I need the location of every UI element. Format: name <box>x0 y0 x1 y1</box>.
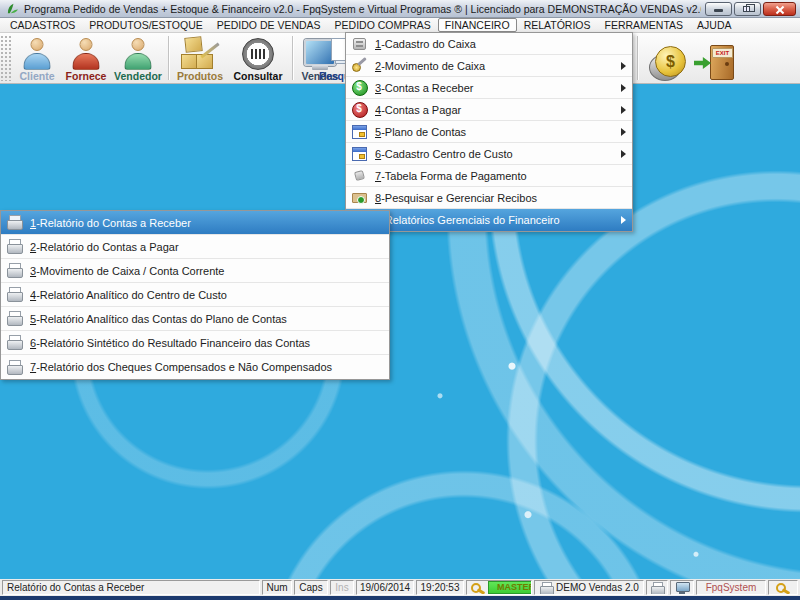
toolbar-button-sair[interactable]: EXIT <box>692 35 738 82</box>
submenu-item-movimento-caixa-conta-corrente[interactable]: 3-Movimento de Caixa / Conta Corrente <box>1 259 389 283</box>
menu-item-label: 8-Pesquisar e Gerenciar Recibos <box>375 192 626 204</box>
app-icon <box>6 2 19 15</box>
menu-item-tabela-forma-de-pagamento[interactable]: 7-Tabela Forma de Pagamento <box>346 165 632 187</box>
supplier-person-icon <box>70 37 102 70</box>
menu-item-contas-a-pagar[interactable]: 4-Contas a Pagar <box>346 99 632 121</box>
submenu-arrow-icon <box>621 150 626 158</box>
menu-relatorios[interactable]: RELATÓRIOS <box>517 18 598 32</box>
menu-item-label: 5-Plano de Contas <box>375 126 617 138</box>
menu-item-label: 6-Cadastro Centro de Custo <box>375 148 617 160</box>
status-user: MASTER <box>466 580 532 595</box>
seller-person-icon <box>122 37 154 70</box>
menu-cadastros[interactable]: CADASTROS <box>3 18 82 32</box>
printer-icon <box>6 287 23 302</box>
product-boxes-icon <box>181 37 219 70</box>
minimize-button[interactable] <box>705 2 732 16</box>
exit-arrow-icon <box>694 57 711 69</box>
toolbar-grip[interactable] <box>0 35 13 81</box>
menu-item-label: 7-Relatório dos Cheques Compensados e Nã… <box>30 361 383 373</box>
cost-center-icon <box>351 146 368 161</box>
menu-item-contas-a-receber[interactable]: 3-Contas a Receber <box>346 77 632 99</box>
printer-icon <box>6 239 23 254</box>
menu-item-label: 5-Relatório Analítico das Contas do Plan… <box>30 313 383 325</box>
printer-icon <box>6 360 23 375</box>
barcode-icon <box>242 38 274 70</box>
toolbar-separator <box>637 36 639 80</box>
menu-item-plano-de-contas[interactable]: 5-Plano de Contas <box>346 121 632 143</box>
toolbar-button-consultar[interactable]: Consultar <box>230 35 286 82</box>
computer-icon <box>675 582 689 594</box>
menu-item-label: 3-Movimento de Caixa / Conta Corrente <box>30 265 383 277</box>
submenu-arrow-icon <box>621 216 626 224</box>
submenu-arrow-icon <box>621 84 626 92</box>
relatorios-submenu: 1-Relatório do Contas a Receber 2-Relató… <box>0 210 390 380</box>
status-message: Relatório do Contas a Receber <box>2 580 260 595</box>
submenu-item-relatorio-contas-a-pagar[interactable]: 2-Relatório do Contas a Pagar <box>1 235 389 259</box>
window-bottom-border <box>0 596 800 600</box>
submenu-item-relatorio-analitico-centro-custo[interactable]: 4-Relatório Analítico do Centro de Custo <box>1 283 389 307</box>
status-num-lock: Num <box>262 580 292 595</box>
toolbar-button-fornecedor[interactable]: Fornece <box>62 35 110 82</box>
title-bar: Programa Pedido de Vendas + Estoque & Fi… <box>0 0 800 18</box>
menu-item-pesquisar-gerenciar-recibos[interactable]: 8-Pesquisar e Gerenciar Recibos <box>346 187 632 209</box>
toolbar-button-caixa[interactable] <box>646 35 690 82</box>
status-date: 19/06/2014 <box>356 580 414 595</box>
restore-icon <box>743 6 750 12</box>
menu-item-label: 4-Relatório Analítico do Centro de Custo <box>30 289 383 301</box>
status-caps-lock: Caps <box>294 580 328 595</box>
menu-pedido-compras[interactable]: PEDIDO COMPRAS <box>328 18 438 32</box>
menu-item-cadastro-centro-de-custo[interactable]: 6-Cadastro Centro de Custo <box>346 143 632 165</box>
menu-item-label: 9-Relatórios Gerenciais do Financeiro <box>375 214 617 226</box>
close-button[interactable] <box>763 2 796 16</box>
client-person-icon <box>21 37 53 70</box>
exit-door-icon: EXIT <box>694 44 736 82</box>
menu-produtos-estoque[interactable]: PRODUTOS/ESTOQUE <box>82 18 209 32</box>
submenu-arrow-icon <box>621 128 626 136</box>
submenu-item-relatorio-contas-a-receber[interactable]: 1-Relatório do Contas a Receber <box>1 211 389 235</box>
toolbar-button-cliente[interactable]: Cliente <box>14 35 60 82</box>
menu-financeiro[interactable]: FINANCEIRO <box>438 18 517 32</box>
submenu-item-relatorio-analitico-plano-contas[interactable]: 5-Relatório Analítico das Contas do Plan… <box>1 307 389 331</box>
menu-bar: CADASTROS PRODUTOS/ESTOQUE PEDIDO DE VEN… <box>0 18 800 33</box>
payment-method-icon <box>351 168 368 183</box>
user-badge: MASTER <box>488 581 532 594</box>
payable-dollar-icon <box>351 102 368 117</box>
menu-item-label: 2-Relatório do Contas a Pagar <box>30 241 383 253</box>
submenu-item-relatorio-sintetico-resultado[interactable]: 6-Relatório Sintético do Resultado Finan… <box>1 331 389 355</box>
menu-item-label: 6-Relatório Sintético do Resultado Finan… <box>30 337 383 349</box>
window-title: Programa Pedido de Vendas + Estoque & Fi… <box>24 3 701 15</box>
toolbar-separator <box>292 36 294 80</box>
status-bar: Relatório do Contas a Receber Num Caps I… <box>0 579 800 596</box>
menu-ajuda[interactable]: AJUDA <box>690 18 738 32</box>
menu-item-cadastro-do-caixa[interactable]: 1-Cadastro do Caixa <box>346 33 632 55</box>
exit-sign-label: EXIT <box>712 48 733 58</box>
printer-icon <box>6 311 23 326</box>
status-keys-panel <box>768 580 798 595</box>
menu-item-label: 7-Tabela Forma de Pagamento <box>375 170 626 182</box>
toolbar-button-label: Fornece <box>66 70 107 82</box>
printer-icon <box>6 215 23 230</box>
menu-item-movimento-de-caixa[interactable]: 2-Movimento de Caixa <box>346 55 632 77</box>
menu-item-label: 1-Cadastro do Caixa <box>375 38 626 50</box>
app-window: Programa Pedido de Vendas + Estoque & Fi… <box>0 0 800 600</box>
menu-item-label: 3-Contas a Receber <box>375 82 617 94</box>
menu-ferramentas[interactable]: FERRAMENTAS <box>598 18 691 32</box>
printer-icon <box>650 582 664 594</box>
printer-icon <box>6 263 23 278</box>
toolbar-separator <box>168 36 170 80</box>
menu-item-label: 4-Contas a Pagar <box>375 104 617 116</box>
keys-icon <box>471 582 485 594</box>
status-computer-panel <box>670 580 694 595</box>
toolbar-button-label: Produtos <box>177 70 223 82</box>
submenu-item-relatorio-cheques-compensados[interactable]: 7-Relatório dos Cheques Compensados e Nã… <box>1 355 389 379</box>
menu-pedido-de-vendas[interactable]: PEDIDO DE VENDAS <box>210 18 328 32</box>
cash-register-icon <box>351 36 368 51</box>
menu-item-label: 1-Relatório do Contas a Receber <box>30 217 383 229</box>
restore-button[interactable] <box>734 2 761 16</box>
submenu-arrow-icon <box>621 106 626 114</box>
submenu-arrow-icon <box>621 62 626 70</box>
toolbar-button-produtos[interactable]: Produtos <box>174 35 226 82</box>
toolbar-button-vendedor[interactable]: Vendedor <box>112 35 164 82</box>
receipts-folder-icon <box>351 190 368 205</box>
status-time: 19:20:53 <box>416 580 464 595</box>
